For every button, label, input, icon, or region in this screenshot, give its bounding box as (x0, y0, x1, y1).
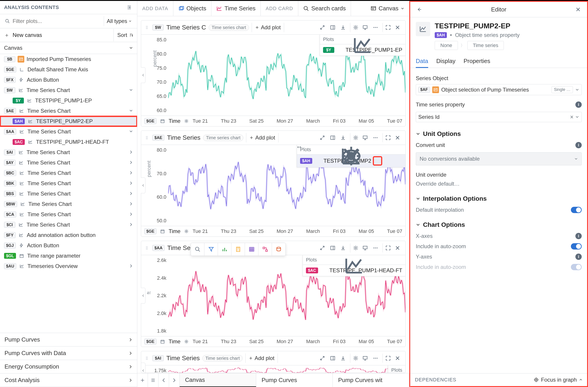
more-button[interactable] (371, 133, 380, 143)
add-tab-button[interactable] (137, 373, 148, 387)
settings-button[interactable] (350, 133, 359, 143)
toolbar-calc-button[interactable] (231, 243, 245, 256)
canvas-tab[interactable]: Pump Curves (256, 373, 333, 387)
chart-options-header[interactable]: Chart Options (416, 221, 582, 228)
focus-button[interactable] (318, 133, 327, 143)
toolbar-table-button[interactable] (245, 243, 258, 256)
expand-icon[interactable] (129, 180, 133, 186)
download-button[interactable] (338, 133, 348, 143)
sidebar-item[interactable]: $CATime Series Chart (0, 209, 137, 220)
panel-button[interactable] (328, 133, 337, 143)
drag-handle[interactable] (144, 245, 150, 251)
focus-in-graph-button[interactable]: Focus in graph (534, 377, 583, 383)
sidebar-item[interactable]: $AITime Series Chart (0, 147, 137, 158)
sidebar-group[interactable]: Pump Curves (0, 333, 137, 346)
expand-icon[interactable] (129, 108, 133, 114)
unit-options-header[interactable]: Unit Options (416, 130, 582, 138)
plot-item[interactable]: $AHTESTPIPE_PUMP2 (297, 155, 405, 167)
canvas-tab[interactable]: Canvas (180, 373, 256, 387)
filter-input[interactable] (12, 18, 100, 24)
focus-button[interactable] (318, 243, 327, 253)
yaxis-autozoom-switch[interactable] (571, 264, 582, 270)
sidebar-item[interactable]: $GEDefault Shared Time Axis (0, 64, 137, 75)
panel-button[interactable] (328, 353, 337, 363)
ts-property-field[interactable]: Series Id (416, 112, 582, 122)
download-button[interactable] (338, 353, 348, 363)
canvas-dropdown[interactable]: Canvas (371, 5, 404, 12)
expand-icon[interactable] (129, 87, 133, 93)
sidebar-item[interactable]: $GJAction Button (0, 240, 137, 251)
expand-icon[interactable] (129, 160, 133, 166)
sort-button[interactable]: Sort (113, 29, 137, 41)
sidebar-item[interactable]: $WTime Series Chart (0, 85, 137, 95)
focus-button[interactable] (318, 23, 327, 32)
collapse-handle[interactable] (141, 178, 146, 193)
info-icon[interactable]: i (575, 254, 582, 260)
close-card-button[interactable] (393, 353, 402, 363)
calendar-icon[interactable] (159, 228, 166, 235)
add-plot-button[interactable]: Add plot (252, 23, 284, 32)
filter-search[interactable] (3, 16, 102, 26)
sidebar-item[interactable]: $AUTimeseries Overview (0, 261, 137, 271)
time-settings-button[interactable] (183, 338, 190, 345)
tab-prev-button[interactable] (158, 373, 169, 387)
download-button[interactable] (338, 243, 348, 253)
breadcrumb-step[interactable]: Time series (467, 41, 504, 50)
present-button[interactable] (360, 353, 370, 363)
plot-remove-button[interactable] (394, 157, 402, 165)
expand-icon[interactable] (129, 263, 133, 269)
info-icon[interactable]: i (575, 142, 582, 148)
fullscreen-button[interactable] (382, 23, 392, 32)
expand-icon[interactable] (129, 222, 133, 228)
settings-button[interactable] (350, 23, 359, 32)
sidebar-item[interactable]: $YTESTPIPE_PUMP1-EP (0, 95, 137, 106)
more-button[interactable] (371, 353, 380, 363)
collapse-handle[interactable] (141, 67, 146, 83)
collapse-handle[interactable] (141, 288, 146, 304)
xaxis-autozoom-switch[interactable] (571, 243, 582, 249)
settings-button[interactable] (350, 353, 359, 363)
panel-button[interactable] (328, 243, 337, 253)
collapse-handle[interactable] (141, 363, 146, 373)
objects-button[interactable]: Objects (178, 5, 206, 12)
calendar-icon[interactable] (159, 118, 166, 124)
sidebar-group[interactable]: Energy Consumption (0, 360, 137, 373)
drag-handle[interactable] (144, 25, 150, 30)
tab-list-button[interactable] (148, 373, 158, 387)
fullscreen-button[interactable] (382, 133, 392, 143)
new-canvas-button[interactable]: ＋ New canvas (0, 28, 113, 42)
canvas-section-header[interactable]: Canvas (0, 42, 137, 54)
tab-properties[interactable]: Properties (463, 54, 490, 68)
toolbar-search-button[interactable] (191, 243, 204, 256)
default-interp-switch[interactable] (571, 207, 582, 213)
info-icon[interactable]: i (575, 233, 582, 239)
drag-handle[interactable] (144, 355, 150, 361)
convert-unit-dropdown[interactable]: No conversions available (416, 152, 582, 165)
close-card-button[interactable] (393, 133, 402, 143)
toolbar-flow-button[interactable] (258, 243, 272, 256)
toolbar-bars-button[interactable] (218, 243, 231, 256)
clear-icon[interactable] (570, 115, 574, 119)
editor-close-button[interactable] (574, 5, 583, 14)
tab-data[interactable]: Data (416, 54, 428, 68)
time-settings-button[interactable] (183, 228, 190, 235)
canvas-tab[interactable]: Pump Curves wit (333, 373, 409, 387)
sidebar-item[interactable]: $FXAction Button (0, 75, 137, 85)
breadcrumb-step[interactable]: None (435, 41, 458, 50)
sidebar-item[interactable]: $CITime Series Chart (0, 220, 137, 230)
close-card-button[interactable] (393, 243, 402, 253)
focus-button[interactable] (318, 353, 327, 363)
sidebar-item[interactable]: $BKTime Series Chart (0, 178, 137, 188)
add-plot-button[interactable]: Add plot (246, 133, 278, 143)
sidebar-item[interactable]: $AYTime Series Chart (0, 158, 137, 168)
present-button[interactable] (360, 133, 370, 143)
present-button[interactable] (360, 243, 370, 253)
info-icon[interactable]: i (575, 102, 582, 108)
sidebar-item[interactable]: $BSTime Series Chart (0, 188, 137, 199)
sidebar-group[interactable]: Pump Curves with Data (0, 346, 137, 360)
plot-item[interactable]: $YTESTPIPE_PUMP1-EP (320, 44, 405, 56)
expand-icon[interactable] (129, 201, 133, 207)
expand-icon[interactable] (129, 191, 133, 197)
drag-handle[interactable] (144, 135, 150, 140)
more-button[interactable] (371, 23, 380, 32)
